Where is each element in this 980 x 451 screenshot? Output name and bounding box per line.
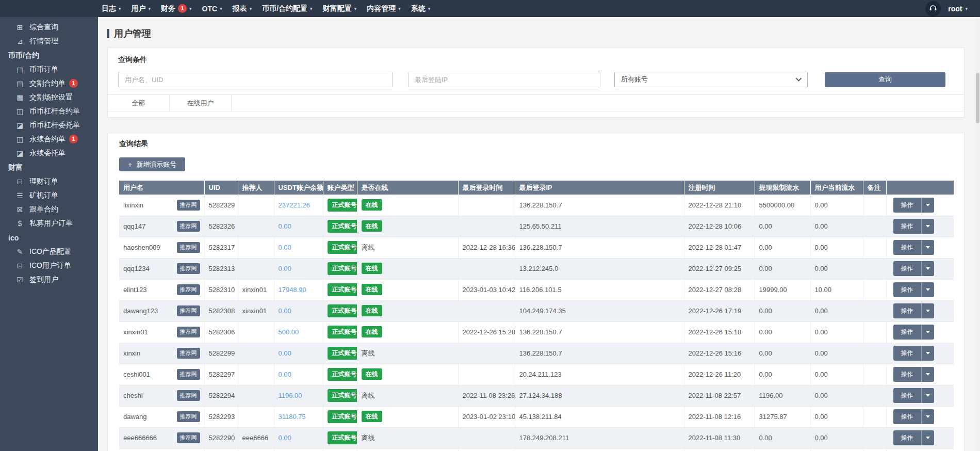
account-type-select[interactable]: 所有账号 [614,72,808,87]
nav-menu-item[interactable]: 币币/合约配置 ▾ [262,4,312,13]
nav-menu-item[interactable]: 系统 ▾ [411,4,431,13]
action-button[interactable]: 操作 [893,219,921,234]
register-time-cell: 2022-11-08 11:30 [684,427,755,448]
referral-network-badge[interactable]: 推荐网 [177,327,200,337]
last-login-ip-cell: 20.24.211.123 [515,364,684,385]
action-button[interactable]: 操作 [893,346,921,361]
referral-network-badge[interactable]: 推荐网 [177,221,200,232]
user-menu[interactable]: root ▾ [948,5,968,13]
action-dropdown-toggle[interactable] [921,240,934,255]
referral-network-badge[interactable]: 推荐网 [177,242,200,253]
action-button[interactable]: 操作 [893,198,921,213]
usdt-balance-link[interactable]: 0.00 [279,349,291,357]
action-dropdown-toggle[interactable] [921,325,934,340]
referral-network-badge[interactable]: 推荐网 [177,284,200,295]
nav-menu-item[interactable]: 财富配置 ▾ [323,4,357,13]
referral-network-badge[interactable]: 推荐网 [177,369,200,380]
sidebar-item[interactable]: ☰ 矿机订单 [0,188,98,202]
sidebar-item[interactable]: ◫ 币币杠杆合约单 [0,104,98,118]
action-button[interactable]: 操作 [893,261,921,276]
sidebar-item[interactable]: ico [0,231,98,245]
action-button[interactable]: 操作 [893,430,921,445]
usdt-balance-link[interactable]: 0.00 [279,265,291,272]
nav-menu-item[interactable]: OTC ▾ [202,5,222,13]
nav-menu-item[interactable]: 报表 ▾ [233,4,252,13]
sidebar-item[interactable]: ◫ 永续合约单 1 [0,132,98,146]
main-content: 用户管理 查询条件 所有账号 查询 全部 在线用户 查询结果 [98,17,980,451]
sidebar-item[interactable]: ⊞ 综合查询 [0,20,98,34]
sidebar-item[interactable]: ▤ 交割合约单 1 [0,76,98,90]
referrer-cell [238,364,274,385]
last-login-ip-input[interactable] [408,72,600,87]
action-button[interactable]: 操作 [893,282,921,297]
sidebar-item[interactable]: ⊡ ICO用户订单 [0,259,98,272]
action-button[interactable]: 操作 [893,325,921,340]
action-dropdown-toggle[interactable] [921,409,934,424]
last-login-time-cell [458,300,515,321]
sidebar-item-label: ico [8,234,19,242]
sidebar-item[interactable]: ☑ 签到用户 [0,272,98,286]
sidebar-item[interactable]: ⊠ 跟单合约 [0,202,98,216]
sidebar-item-icon: ⊡ [15,262,24,270]
referral-network-badge[interactable]: 推荐网 [177,305,200,316]
action-dropdown-toggle[interactable] [921,430,934,445]
usdt-balance-link[interactable]: 0.00 [279,434,291,442]
query-results-title: 查询结果 [119,139,954,149]
action-dropdown-toggle[interactable] [921,388,934,403]
nav-menu-item[interactable]: 财务 1 ▾ [161,4,192,13]
usdt-balance-link[interactable]: 0.00 [279,307,291,315]
action-button[interactable]: 操作 [893,409,921,424]
referral-network-badge[interactable]: 推荐网 [177,263,200,274]
page-scrollbar-thumb[interactable] [976,73,979,123]
query-tab[interactable]: 全部 [108,95,170,111]
referral-network-badge[interactable]: 推荐网 [177,432,200,443]
query-tab[interactable]: 在线用户 [170,95,232,111]
nav-menu-item[interactable]: 日志 ▾ [102,4,121,13]
action-dropdown-toggle[interactable] [921,198,934,213]
page-scrollbar-track[interactable] [975,17,980,451]
action-dropdown-toggle[interactable] [921,282,934,297]
usdt-balance-link[interactable]: 17948.90 [279,286,306,294]
nav-menu-item[interactable]: 用户 ▾ [132,4,151,13]
sidebar-item[interactable]: 财富 [0,161,98,174]
action-dropdown-toggle[interactable] [921,219,934,234]
sidebar-item[interactable]: ⊿ 行情管理 [0,34,98,48]
search-button[interactable]: 查询 [825,72,945,87]
sidebar-item[interactable]: ✎ ICO产品配置 [0,245,98,259]
sidebar-item[interactable]: ⊟ 理财订单 [0,174,98,188]
action-button[interactable]: 操作 [893,303,921,318]
avatar[interactable] [925,1,941,17]
action-button[interactable]: 操作 [893,240,921,255]
usdt-balance-link[interactable]: 500.00 [279,328,299,336]
sidebar-item[interactable]: $ 私募用户订单 [0,216,98,230]
action-button[interactable]: 操作 [893,367,921,382]
usdt-balance-link[interactable]: 0.00 [279,371,291,378]
usdt-balance-link[interactable]: 1196.00 [279,392,302,399]
sidebar-item[interactable]: ▦ 交割场控设置 [0,90,98,104]
usdt-balance-link[interactable]: 237221.26 [279,201,310,209]
sidebar-item[interactable]: 币币/合约 [0,49,98,62]
referral-network-badge[interactable]: 推荐网 [177,411,200,422]
action-dropdown-toggle[interactable] [921,261,934,276]
sidebar-item[interactable]: ▤ 币币订单 [0,62,98,76]
sidebar-item-icon: ◫ [15,135,24,143]
referrer-cell [238,321,274,343]
sidebar-item[interactable]: ◪ 币币杠杆委托单 [0,118,98,132]
action-dropdown-toggle[interactable] [921,303,934,318]
username-uid-input[interactable] [118,72,393,87]
action-button[interactable]: 操作 [893,388,921,403]
nav-menu-item[interactable]: 内容管理 ▾ [367,4,401,13]
usdt-balance-link[interactable]: 31180.75 [279,413,306,421]
referral-network-badge[interactable]: 推荐网 [177,200,200,211]
referral-network-badge[interactable]: 推荐网 [177,390,200,401]
uid-cell: 5282294 [204,385,238,406]
action-dropdown-toggle[interactable] [921,346,934,361]
add-demo-account-button[interactable]: + 新增演示账号 [119,157,185,171]
usdt-balance-link[interactable]: 0.00 [279,244,291,251]
usdt-balance-link[interactable]: 0.00 [279,222,291,230]
sidebar-item[interactable]: ◪ 永续委托单 [0,146,98,160]
referral-network-badge[interactable]: 推荐网 [177,348,200,359]
action-dropdown-toggle[interactable] [921,367,934,382]
last-login-ip-cell: 136.228.150.7 [515,195,684,216]
nav-menu-label: 币币/合约配置 [262,4,307,13]
